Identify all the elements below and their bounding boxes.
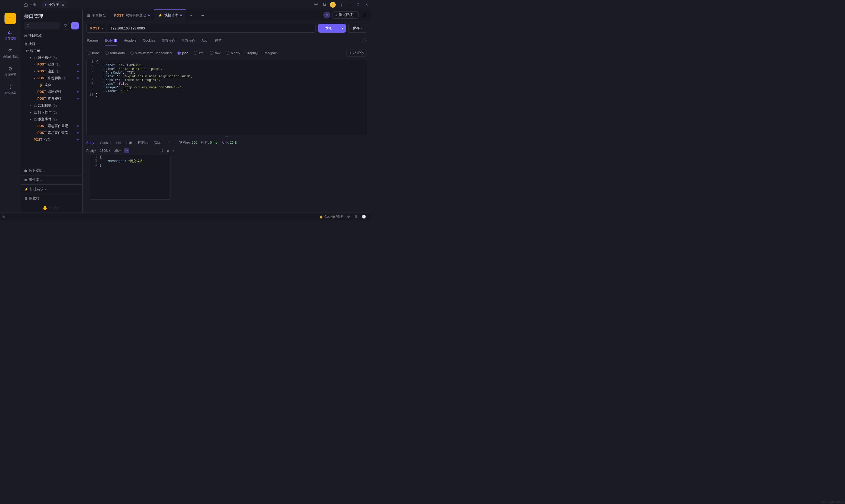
folder-emergency[interactable]: ▾ 🗀 紧急事件 (2) [20,116,82,123]
avatar[interactable]: 🦒 [328,0,337,10]
body-json[interactable]: json [177,51,188,55]
send-dropdown[interactable]: ▾ [339,24,346,33]
sliders-icon: ⚙ [8,66,12,72]
bell-icon[interactable] [320,0,328,10]
body-graphql[interactable]: GraphQL [246,51,259,55]
grid-icon: ▦ [87,14,90,17]
folder-account[interactable]: ▾ 🗀 账号操作 (5) [20,54,82,61]
case-success[interactable]: ⚡ 成功 [20,82,82,88]
tab-headers[interactable]: Headers [124,36,137,46]
resp-tab-console[interactable]: 控制台 [138,139,148,146]
root-dir-row[interactable]: 🗀 根目录 [20,47,82,54]
api-edit-profile[interactable]: POST 编辑资料 [20,88,82,95]
section-quick[interactable]: ⚡快捷请求▸ [20,184,82,194]
api-switch[interactable]: ▾ POST 身份切换 (1) [20,75,82,82]
collapse-sidebar-button[interactable]: « [3,215,8,219]
tab-settings[interactable]: 设置 [215,36,222,46]
filter-button[interactable] [62,22,69,30]
tab-overview[interactable]: ▦ 项目概览 [83,10,110,20]
folder-icon: 🗀 [34,117,38,121]
api-emergency-view[interactable]: POST 紧急事件查看 [20,129,82,136]
json-selector[interactable]: JSON▾ [100,149,110,152]
utf8-selector[interactable]: utf8▾ [113,149,121,152]
request-body-editor[interactable]: 1{2 "date": "1981-09-20",3 "kind": "dolo… [86,60,367,135]
body-none[interactable]: none [87,51,100,55]
app-tab[interactable]: ✦ 小程序 ✕ [41,1,67,8]
tab-post[interactable]: 后置操作 [181,36,195,46]
link-icon: ⛓ [24,42,29,46]
resp-tab-more[interactable]: ⋯ [166,139,170,146]
nav-share[interactable]: ⇪ 在线分享 [2,83,18,96]
leaf-icon: ✦ [335,13,338,17]
home-tab[interactable]: 主页 [20,2,39,7]
close-icon[interactable]: ✕ [61,3,65,7]
tab-auth[interactable]: Auth [201,36,209,46]
api-register[interactable]: ▸ POST 注册 (1) [20,68,82,75]
url-input[interactable]: 192.168.160.128:8080 [107,24,316,33]
api-emergency-register[interactable]: POST 紧急事件登记 [20,123,82,129]
tab-params[interactable]: Params [87,36,98,46]
nav-auto-test[interactable]: ⚗ 自动化测试 [2,46,18,60]
folder-monitor[interactable]: ▸ 🗀 监测数据 (1) [20,102,82,109]
resp-tab-cookie[interactable]: Cookie [100,139,110,146]
pin-icon[interactable] [337,0,345,10]
close-window-icon[interactable]: ✕ [362,0,371,10]
search-input[interactable] [24,22,60,30]
body-binary[interactable]: binary [226,51,240,55]
footer-trash[interactable]: 🗑 [352,215,360,219]
brand-footer: 🐥 Apifox [20,203,82,213]
body-raw[interactable]: raw [210,51,220,55]
save-button[interactable]: 保存▾ [348,24,367,33]
minimize-icon[interactable]: — [345,0,354,10]
method-selector[interactable]: POST ▾ [86,24,107,33]
tab-quick-request[interactable]: ⚡ 快捷请求 [154,10,186,20]
folder-clock[interactable]: ▸ 🗀 打卡操作 (2) [20,109,82,116]
search-icon[interactable]: ⌕ [172,149,174,152]
add-button[interactable]: + [71,22,79,30]
nav-api-management[interactable]: 🗂 接口管理 [2,29,18,42]
copy-icon[interactable]: ⧉ [167,149,169,152]
chevron-right-icon: ▸ [34,63,37,66]
tab-cookies[interactable]: Cookies [143,36,155,46]
body-xml[interactable]: xml [194,51,204,55]
tab-pre[interactable]: 前置操作 [162,36,175,46]
api-view-profile[interactable]: POST 查看资料 [20,95,82,102]
chevron-down-icon: ▾ [341,26,343,30]
resp-tab-actual[interactable]: 实际 [154,139,161,146]
tab-more[interactable]: ⋯ [197,10,208,20]
interface-root-row[interactable]: ⛓ 接口 ▾ [20,40,82,47]
resp-tab-header[interactable]: Header3 [116,139,132,146]
cookie-manage[interactable]: ☝Cookie 管理 [317,214,345,219]
api-heartbeat[interactable]: POST 心跳 [20,136,82,143]
tab-body[interactable]: Body1 [105,36,117,46]
tab-emergency-register[interactable]: POST 紧急事件登记 [110,10,154,20]
response-body-editor[interactable]: 1{2 "message": "提交成功"3} [90,155,170,200]
footer-refresh[interactable]: ⟳ [345,215,352,219]
run-button[interactable]: ↻ [323,12,330,18]
section-trash[interactable]: 🗑回收站 [20,194,82,203]
maximize-icon[interactable] [354,0,362,10]
export-icon[interactable]: ⇪ [161,149,164,152]
section-data-model[interactable]: ⬢数据模型▸ [20,166,82,175]
send-button[interactable]: 发送 [318,24,339,33]
nav-project-settings[interactable]: ⚙ 项目设置 [2,65,18,78]
pretty-selector[interactable]: Pretty▾ [86,149,96,152]
wrap-button[interactable]: ↩ [124,148,129,154]
env-selector[interactable]: ✦ 测试环境 ▾ [332,11,359,19]
footer-clock[interactable]: 🕘 [360,215,368,219]
project-overview-row[interactable]: ▦ 项目概览 [20,32,82,39]
new-tab-button[interactable]: + [186,10,197,20]
body-urlencoded[interactable]: x-www-form-urlencoded [130,51,172,55]
resp-tab-body[interactable]: Body [86,139,94,146]
code-icon[interactable]: </> [361,36,366,46]
section-components[interactable]: ≣组件库▸ [20,175,82,184]
format-button[interactable]: ✧格式化 [346,49,366,57]
body-formdata[interactable]: form-data [105,51,125,55]
splitter[interactable]: ⋯ [83,135,371,137]
body-msgpack[interactable]: msgpack [265,51,278,55]
menu-icon[interactable]: ☰ [361,11,368,19]
gear-icon[interactable] [312,0,320,10]
page-title: 接口管理 [24,13,79,19]
plus-icon: + [74,24,76,28]
api-login[interactable]: ▸ POST 登录 (1) [20,61,82,68]
